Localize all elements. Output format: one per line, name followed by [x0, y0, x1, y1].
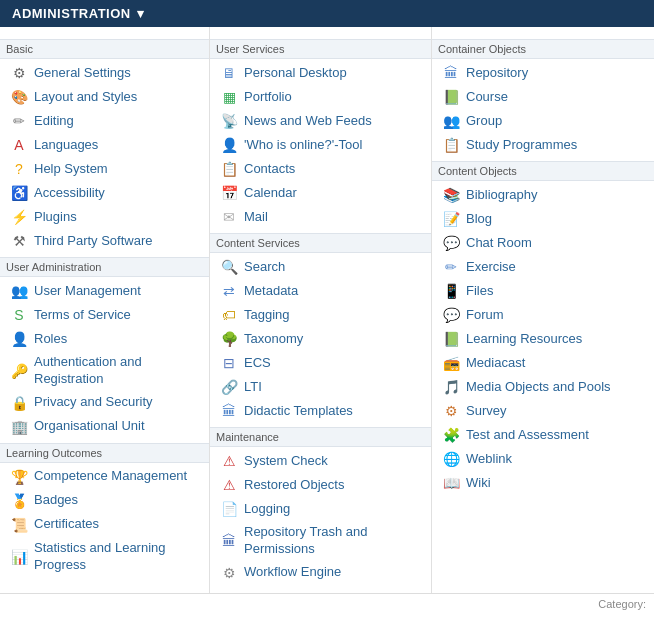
ico-syscheck-icon: ⚠	[220, 452, 238, 470]
menu-item[interactable]: 📋Study Programmes	[438, 133, 648, 157]
menu-item-label: Bibliography	[466, 187, 538, 204]
menu-item-label: Study Programmes	[466, 137, 577, 154]
menu-item[interactable]: 👥User Management	[6, 279, 203, 303]
menu-item[interactable]: ✏Exercise	[438, 255, 648, 279]
menu-item-label: Roles	[34, 331, 67, 348]
ico-chat-icon: 💬	[442, 234, 460, 252]
menu-item[interactable]: ⚡Plugins	[6, 205, 203, 229]
menu-item-label: Exercise	[466, 259, 516, 276]
menu-item[interactable]: 📊Statistics and Learning Progress	[6, 537, 203, 577]
menu-item[interactable]: 📖Wiki	[438, 471, 648, 495]
menu-item[interactable]: ⇄Metadata	[216, 279, 425, 303]
menu-item-label: ECS	[244, 355, 271, 372]
menu-item[interactable]: 🏆Competence Management	[6, 465, 203, 489]
menu-item[interactable]: 💬Forum	[438, 303, 648, 327]
menu-item[interactable]: 📋Contacts	[216, 157, 425, 181]
menu-item-label: News and Web Feeds	[244, 113, 372, 130]
menu-item[interactable]: 📜Certificates	[6, 513, 203, 537]
menu-item[interactable]: 🏷Tagging	[216, 303, 425, 327]
menu-item[interactable]: 🏅Badges	[6, 489, 203, 513]
menu-item[interactable]: ✏Editing	[6, 109, 203, 133]
menu-item-label: Files	[466, 283, 493, 300]
ico-comp-icon: 🏆	[10, 468, 28, 486]
menu-item[interactable]: 🖥Personal Desktop	[216, 61, 425, 85]
menu-item[interactable]: 🔍Search	[216, 255, 425, 279]
menu-item[interactable]: 📡News and Web Feeds	[216, 109, 425, 133]
ico-mediacast-icon: 📻	[442, 354, 460, 372]
menu-item-label: 'Who is online?'-Tool	[244, 137, 362, 154]
ico-lang-icon: A	[10, 136, 28, 154]
menu-item-label: System Check	[244, 453, 328, 470]
ico-wiki-icon: 📖	[442, 474, 460, 492]
ico-roles-icon: 👤	[10, 330, 28, 348]
menu-item-label: Taxonomy	[244, 331, 303, 348]
menu-item[interactable]: 🏛Didactic Templates	[216, 399, 425, 423]
menu-item[interactable]: 🏛Repository	[438, 61, 648, 85]
menu-item[interactable]: ⚙General Settings	[6, 61, 203, 85]
ico-stats-icon: 📊	[10, 548, 28, 566]
ico-gear-icon: ⚙	[10, 64, 28, 82]
menu-item[interactable]: 📝Blog	[438, 207, 648, 231]
menu-item[interactable]: 📗Course	[438, 85, 648, 109]
menu-item[interactable]: 🏛Repository Trash and Permissions	[216, 521, 425, 561]
menu-item-label: Mail	[244, 209, 268, 226]
ico-calendar-icon: 📅	[220, 184, 238, 202]
menu-item[interactable]: 👤'Who is online?'-Tool	[216, 133, 425, 157]
menu-item[interactable]: 📗Learning Resources	[438, 327, 648, 351]
menu-item[interactable]: ⚒Third Party Software	[6, 229, 203, 253]
menu-item-label: Badges	[34, 492, 78, 509]
menu-item[interactable]: 📅Calendar	[216, 181, 425, 205]
admin-bar[interactable]: ADMINISTRATION ▾	[0, 0, 654, 27]
menu-item[interactable]: ♿Accessibility	[6, 181, 203, 205]
menu-item[interactable]: 🧩Test and Assessment	[438, 423, 648, 447]
ico-privacy-icon: 🔒	[10, 394, 28, 412]
section-header: Container Objects	[432, 39, 654, 59]
col-services: User Services🖥Personal Desktop▦Portfolio…	[210, 27, 432, 593]
ico-mediapool-icon: 🎵	[442, 378, 460, 396]
section-header: Learning Outcomes	[0, 443, 209, 463]
category-label: Category:	[598, 598, 646, 610]
menu-item[interactable]: ⚙Survey	[438, 399, 648, 423]
menu-item[interactable]: ALanguages	[6, 133, 203, 157]
menu-item[interactable]: ⚠System Check	[216, 449, 425, 473]
menu-item[interactable]: ▦Portfolio	[216, 85, 425, 109]
menu-item[interactable]: STerms of Service	[6, 303, 203, 327]
ico-palette-icon: 🎨	[10, 88, 28, 106]
ico-survey-icon: ⚙	[442, 402, 460, 420]
menu-item-label: Authentication and Registration	[34, 354, 199, 388]
menu-item-label: Privacy and Security	[34, 394, 153, 411]
menu-item[interactable]: 🏢Organisational Unit	[6, 415, 203, 439]
ico-tag-icon: 🏷	[220, 306, 238, 324]
menu-item[interactable]: 👥Group	[438, 109, 648, 133]
menu-item[interactable]: 🎨Layout and Styles	[6, 85, 203, 109]
menu-item[interactable]: 🔗LTI	[216, 375, 425, 399]
menu-item[interactable]: 💬Chat Room	[438, 231, 648, 255]
ico-repo-icon: 🏛	[442, 64, 460, 82]
ico-plug-icon: ⚡	[10, 208, 28, 226]
menu-item[interactable]: ⚙Workflow Engine	[216, 561, 425, 585]
menu-item-label: Personal Desktop	[244, 65, 347, 82]
menu-item[interactable]: 🔒Privacy and Security	[6, 391, 203, 415]
ico-exercise-icon: ✏	[442, 258, 460, 276]
ico-tools-icon: ⚒	[10, 232, 28, 250]
menu-item[interactable]: 🔑Authentication and Registration	[6, 351, 203, 391]
menu-item[interactable]: 📚Bibliography	[438, 183, 648, 207]
menu-item[interactable]: ⊟ECS	[216, 351, 425, 375]
menu-item[interactable]: 🎵Media Objects and Pools	[438, 375, 648, 399]
main-content: Basic⚙General Settings🎨Layout and Styles…	[0, 27, 654, 593]
menu-item[interactable]: 👤Roles	[6, 327, 203, 351]
menu-item[interactable]: ✉Mail	[216, 205, 425, 229]
ico-auth-icon: 🔑	[10, 362, 28, 380]
menu-item[interactable]: ?Help System	[6, 157, 203, 181]
menu-item-label: Portfolio	[244, 89, 292, 106]
menu-item-label: Statistics and Learning Progress	[34, 540, 199, 574]
admin-bar-label: ADMINISTRATION	[12, 6, 131, 21]
menu-item[interactable]: 🌐Weblink	[438, 447, 648, 471]
menu-item[interactable]: 📄Logging	[216, 497, 425, 521]
menu-item[interactable]: ⚠Restored Objects	[216, 473, 425, 497]
ico-search-icon: 🔍	[220, 258, 238, 276]
menu-item[interactable]: 📱Files	[438, 279, 648, 303]
menu-item[interactable]: 🌳Taxonomy	[216, 327, 425, 351]
section-header: Basic	[0, 39, 209, 59]
menu-item[interactable]: 📻Mediacast	[438, 351, 648, 375]
